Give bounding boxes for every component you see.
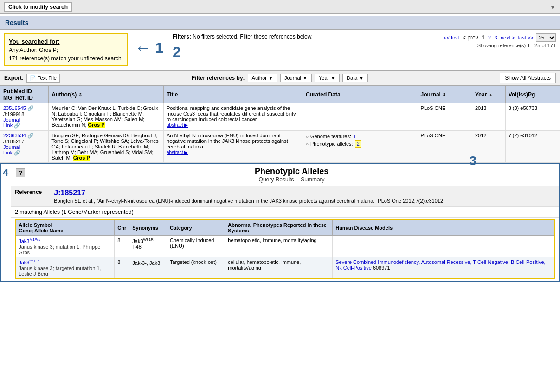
phenotypic-alleles-link[interactable]: 2 <box>355 140 361 148</box>
allele-link-2[interactable]: Jak3tm1ijb <box>19 260 39 265</box>
genome-features-link[interactable]: 1 <box>353 134 356 139</box>
filter-author-button[interactable]: Author ▼ <box>248 74 277 82</box>
show-abstracts-button[interactable]: Show All Abstracts <box>500 73 556 83</box>
year-cell-2: 2012 <box>472 131 505 163</box>
pagination-links: << first < prev 1 2 3 next > last >> 25 … <box>426 33 556 42</box>
allele-synonyms-2: Jak-3-, Jak3- <box>129 257 167 279</box>
curated-genome-item: ○ Genome features: 1 <box>306 134 415 139</box>
author-filter-arrow-icon: ▼ <box>268 75 273 81</box>
allele-symbol-cell-2: Jak3tm1ijb Janus kinase 3; targeted muta… <box>15 257 115 279</box>
allele-disease-2: Severe Combined Immunodeficiency, Autoso… <box>333 257 555 279</box>
table-row: 23516545 🔗 J:199918 Journal Link 🔗 Meuni… <box>0 103 560 131</box>
page-size-select[interactable]: 25 50 100 <box>536 33 556 42</box>
ref-id-cell-1: 23516545 🔗 J:199918 Journal Link 🔗 <box>0 103 49 131</box>
header-title: Title <box>164 86 303 103</box>
header-voliss: Vol(Iss)Pg <box>505 86 560 103</box>
phenotypic-alleles-panel: 4 ? Phenotypic Alleles Query Results -- … <box>0 163 560 282</box>
references-table: PubMed ID MGI Ref. ID Author(s) ⇕ Title … <box>0 86 560 163</box>
pagination-block: << first < prev 1 2 3 next > last >> 25 … <box>426 33 556 48</box>
authors-cell-2: Bongfen SE; Rodrigue-Gervais IG; Berghou… <box>49 131 164 163</box>
reference-label: Reference <box>15 189 52 195</box>
next-page-link[interactable]: next > <box>501 35 515 40</box>
year-cell-1: 2013 <box>472 103 505 131</box>
title-cell-1: Positional mapping and candidate gene an… <box>164 103 303 131</box>
showing-text: Showing reference(s) 1 - 25 of 171 <box>426 43 556 48</box>
allele-gene-name-1: Janus kinase 3; mutation 1, Philippe Gro… <box>19 244 100 255</box>
annotation-1: ← 1 <box>128 33 163 58</box>
header-allele-symbol: Allele Symbol Gene; Allele Name <box>15 220 115 236</box>
header-curated: Curated Data <box>303 86 418 103</box>
journal-link-2[interactable]: Journal <box>3 144 20 150</box>
curated-phenotypic-item: ○ Phenotypic alleles: 2 <box>306 140 415 148</box>
allele-chr-1: 8 <box>115 236 129 257</box>
pheno-content: ? Phenotypic Alleles Query Results -- Su… <box>11 164 559 281</box>
journal-filter-arrow-icon: ▼ <box>303 75 308 81</box>
top-bar-arrow-icon: ▼ <box>549 3 556 11</box>
page-2-link[interactable]: 2 <box>488 35 491 40</box>
alleles-table: Allele Symbol Gene; Allele Name Chr Syno… <box>15 219 555 279</box>
results-title: Results <box>5 19 29 26</box>
annotation-num-4: 4 <box>1 164 11 179</box>
voliss-cell-2: 7 (2) e31012 <box>505 131 560 163</box>
journal-sort-icon[interactable]: ⇕ <box>442 92 446 97</box>
phenotypic-circle-icon: ○ <box>306 141 309 147</box>
voliss-cell-1: 8 (3) e58733 <box>505 103 560 131</box>
pubmed-link-1[interactable]: 23516545 🔗 <box>3 105 34 111</box>
genome-features-label: Genome features: <box>310 134 351 139</box>
reference-row: Reference J:185217 Bongfen SE et al., "A… <box>11 186 559 207</box>
filters-pagination-row: You searched for: Any Author: Gros P; 17… <box>4 33 556 66</box>
export-filter-bar: Export: 📄 Text File Filter references by… <box>0 71 560 86</box>
abstract-link-1[interactable]: abstract ▶ <box>167 122 188 128</box>
abstract-link-2[interactable]: abstract ▶ <box>167 150 188 155</box>
year-sort-icon[interactable]: ▲ <box>489 92 493 97</box>
authors-sort-icon[interactable]: ⇕ <box>78 92 82 97</box>
filter-journal-button[interactable]: Journal ▼ <box>280 74 312 82</box>
header-journal: Journal ⇕ <box>418 86 472 103</box>
modify-search-button[interactable]: Click to modify search <box>4 2 72 12</box>
filter-data-button[interactable]: Data ▼ <box>342 74 368 82</box>
annotation-num-2: 2 <box>173 44 181 61</box>
ref-link-2[interactable]: Link 🔗 <box>3 150 20 155</box>
author-filter-label: Author <box>252 75 267 81</box>
filter-year-button[interactable]: Year ▼ <box>315 74 340 82</box>
matching-alleles-text: 2 matching Alleles (1 Gene/Marker repres… <box>11 207 559 218</box>
export-label: Export: <box>4 75 24 81</box>
year-filter-arrow-icon: ▼ <box>330 75 335 81</box>
title-cell-2: An N-ethyl-N-nitrosourea (ENU)-induced d… <box>164 131 303 163</box>
filter-text: Filters: No filters selected. Filter the… <box>173 33 426 40</box>
help-icon[interactable]: ? <box>16 168 25 177</box>
allele-abnormal-1: hematopoietic, immune, mortality/aging <box>225 236 333 257</box>
last-page-link[interactable]: last >> <box>518 35 534 40</box>
reference-content: J:185217 Bongfen SE et al., "An N-ethyl-… <box>54 189 443 204</box>
reference-id-link[interactable]: J:185217 <box>54 189 85 197</box>
results-body: You searched for: Any Author: Gros P; 17… <box>0 30 560 71</box>
pubmed-link-2[interactable]: 22363534 🔗 <box>3 133 34 138</box>
disease-link-scid[interactable]: Severe Combined Immunodeficiency, Autoso… <box>335 259 545 270</box>
genome-circle-icon: ○ <box>306 134 309 139</box>
header-category: Category <box>167 220 225 236</box>
year-filter-label: Year <box>319 75 329 81</box>
allele-category-1: Chemically induced (ENU) <box>167 236 225 257</box>
authors-cell-1: Meunier C; Van Der Kraak L; Turbide C; G… <box>49 103 164 131</box>
arrow-left-icon: ← <box>135 38 151 58</box>
mgi-ref-2: J:185217 <box>3 139 24 144</box>
header-synonyms: Synonyms <box>129 220 167 236</box>
page-3-link[interactable]: 3 <box>495 35 497 40</box>
allele-link-1[interactable]: Jak3M1Prs <box>19 238 40 244</box>
ref-link-1[interactable]: Link 🔗 <box>3 122 20 128</box>
mgi-ref-1: J:199918 <box>3 111 24 117</box>
allele-category-2: Targeted (knock-out) <box>167 257 225 279</box>
curated-cell-1 <box>303 103 418 131</box>
pheno-subtitle: Query Results -- Summary <box>30 176 554 183</box>
filter-refs-section: Filter references by: Author ▼ Journal ▼… <box>192 74 368 82</box>
first-page-link[interactable]: << first <box>444 35 459 40</box>
text-file-button[interactable]: 📄 Text File <box>26 74 60 83</box>
results-header: Results <box>0 16 560 30</box>
journal-link-1[interactable]: Journal <box>3 117 20 122</box>
pheno-header: ? Phenotypic Alleles Query Results -- Su… <box>11 164 559 186</box>
allele-symbol-cell-1: Jak3M1Prs Janus kinase 3; mutation 1, Ph… <box>15 236 115 257</box>
search-info-box: You searched for: Any Author: Gros P; 17… <box>4 33 128 66</box>
search-detail-count: 171 reference(s) match your unfiltered s… <box>9 55 123 62</box>
allele-abnormal-2: cellular, hematopoietic, immune, mortali… <box>225 257 333 279</box>
file-icon: 📄 <box>30 75 36 81</box>
